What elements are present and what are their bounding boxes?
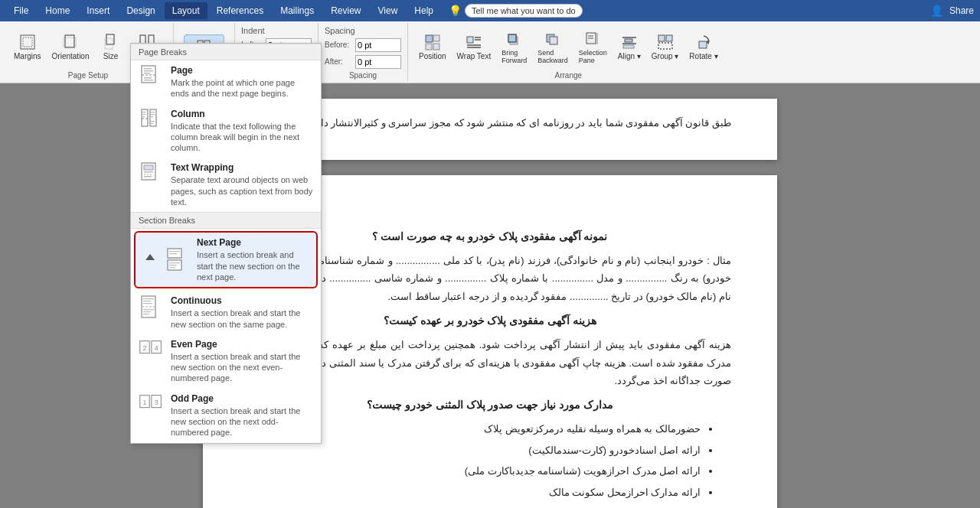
break-text-wrapping-icon — [139, 162, 163, 187]
lightbulb-icon: 💡 — [449, 5, 462, 17]
page-setup-label: Page Setup — [68, 70, 108, 80]
menu-review[interactable]: Review — [323, 2, 368, 19]
break-odd-page-desc: Insert a section break and start the new… — [171, 405, 313, 438]
menu-help[interactable]: Help — [407, 2, 441, 19]
tell-me-text: Tell me what you want to do — [472, 6, 576, 15]
position-button[interactable]: Position — [414, 31, 451, 64]
spacing-label-row: Spacing — [325, 26, 401, 35]
break-continuous-item[interactable]: Continuous Insert a section break and st… — [131, 291, 321, 334]
break-odd-page-title: Odd Page — [171, 393, 313, 404]
svg-rect-33 — [658, 35, 665, 41]
break-next-page-text: Next Page Insert a section break and sta… — [197, 237, 309, 282]
svg-rect-24 — [550, 37, 557, 44]
send-backward-button[interactable]: SendBackward — [533, 28, 573, 67]
svg-rect-67 — [169, 262, 180, 263]
svg-rect-12 — [426, 35, 433, 42]
break-page-item[interactable]: Page Mark the point at which one page en… — [131, 60, 321, 104]
break-continuous-desc: Insert a section break and start the new… — [171, 308, 313, 330]
break-continuous-text: Continuous Insert a section break and st… — [171, 295, 313, 330]
spacing-after-input[interactable] — [355, 55, 401, 69]
break-text-wrapping-text: Text Wrapping Separate text around objec… — [171, 162, 313, 207]
break-column-icon — [139, 109, 163, 133]
selection-pane-label: SelectionPane — [579, 49, 607, 64]
break-column-title: Column — [171, 109, 313, 119]
breaks-dropdown: Page Breaks Page Mark the point at which… — [130, 43, 322, 444]
bring-forward-label: BringForward — [501, 49, 527, 64]
tell-me-bar[interactable]: Tell me what you want to do — [465, 4, 583, 18]
break-text-wrapping-item[interactable]: Text Wrapping Separate text around objec… — [131, 158, 321, 212]
menu-references[interactable]: References — [209, 2, 271, 19]
break-even-page-text: Even Page Insert a section break and sta… — [171, 339, 313, 384]
orientation-button[interactable]: Orientation — [47, 31, 94, 64]
share-icon: 👤 — [930, 5, 943, 17]
indent-label: Indent — [241, 26, 272, 35]
send-backward-label: SendBackward — [537, 49, 568, 64]
share-label[interactable]: Share — [949, 5, 974, 16]
break-even-page-title: Even Page — [171, 339, 313, 350]
svg-marker-61 — [145, 254, 155, 260]
svg-rect-52 — [151, 114, 155, 115]
menu-home[interactable]: Home — [38, 2, 77, 19]
svg-rect-35 — [658, 43, 672, 49]
spacing-before-input[interactable] — [355, 38, 401, 52]
svg-text:4: 4 — [155, 344, 158, 352]
menu-mailings[interactable]: Mailings — [273, 2, 322, 19]
bullet-4: ارائه مدارک احرازمحل سکونت مالک — [249, 484, 701, 501]
svg-rect-69 — [169, 267, 175, 268]
menu-file[interactable]: File — [6, 2, 36, 19]
svg-text:2: 2 — [143, 344, 147, 352]
margins-button[interactable]: Margins — [9, 31, 46, 64]
svg-rect-73 — [143, 301, 151, 301]
menu-design[interactable]: Design — [119, 2, 162, 19]
break-text-wrapping-title: Text Wrapping — [171, 162, 313, 173]
svg-rect-75 — [143, 309, 154, 310]
spacing-before-label: Before: — [325, 41, 352, 49]
break-odd-page-icon: 13 — [139, 393, 163, 418]
section-breaks-label: Section Breaks — [131, 212, 321, 229]
svg-rect-2 — [65, 35, 74, 47]
break-even-page-item[interactable]: 24 Even Page Insert a section break and … — [131, 334, 321, 389]
spacing-after-row: After: — [325, 55, 401, 69]
svg-rect-48 — [142, 112, 146, 112]
svg-rect-77 — [143, 314, 149, 314]
spacing-inputs: Spacing Before: After: — [325, 24, 401, 70]
svg-text:3: 3 — [155, 399, 158, 406]
rotate-button[interactable]: Rotate ▾ — [684, 31, 722, 64]
menu-view[interactable]: View — [371, 2, 406, 19]
break-next-page-item[interactable]: Next Page Insert a section break and sta… — [134, 231, 318, 288]
break-column-text: Column Indicate that the text following … — [171, 109, 313, 154]
break-page-icon — [139, 65, 163, 90]
wrap-text-button[interactable]: Wrap Text — [452, 31, 496, 64]
svg-rect-51 — [151, 112, 155, 112]
menu-insert[interactable]: Insert — [79, 2, 117, 19]
bring-forward-button[interactable]: BringForward — [497, 28, 531, 67]
svg-rect-50 — [142, 116, 145, 117]
ribbon-group-arrange: Position Wrap Text BringForward SendBack… — [408, 23, 729, 81]
break-even-page-desc: Insert a section break and start the new… — [171, 351, 313, 384]
svg-rect-14 — [426, 44, 432, 50]
svg-rect-30 — [625, 39, 632, 42]
break-continuous-title: Continuous — [171, 295, 313, 306]
bullet-2: ارائه اصل اسنادخودرو (کارت-سندمالکیت) — [249, 441, 701, 459]
break-odd-page-item[interactable]: 13 Odd Page Insert a section break and s… — [131, 389, 321, 443]
page-breaks-label: Page Breaks — [131, 44, 321, 60]
break-text-wrapping-desc: Separate text around objects on web page… — [171, 174, 313, 207]
arrange-buttons: Position Wrap Text BringForward SendBack… — [414, 24, 723, 70]
svg-rect-16 — [467, 37, 473, 43]
break-page-desc: Mark the point at which one page ends an… — [171, 77, 313, 99]
align-button[interactable]: Align ▾ — [613, 31, 645, 64]
spacing-group-label: Spacing — [349, 70, 377, 80]
break-even-page-icon: 24 — [139, 339, 163, 363]
size-button[interactable]: Size — [96, 31, 126, 64]
break-next-page-desc: Insert a section break and start the new… — [197, 249, 309, 282]
svg-rect-40 — [144, 68, 152, 70]
group-button[interactable]: Group ▾ — [647, 31, 684, 64]
menu-items: File Home Insert Design Layout Reference… — [6, 2, 930, 19]
menu-layout[interactable]: Layout — [165, 2, 207, 19]
svg-rect-37 — [699, 41, 707, 48]
break-page-title: Page — [171, 65, 313, 76]
selection-pane-button[interactable]: SelectionPane — [574, 28, 612, 67]
break-column-item[interactable]: Column Indicate that the text following … — [131, 104, 321, 158]
bullet-3: ارائه اصل مدرک احرازهویت (شناسنامه جدیدب… — [249, 462, 701, 480]
break-next-page-icon — [165, 248, 189, 272]
